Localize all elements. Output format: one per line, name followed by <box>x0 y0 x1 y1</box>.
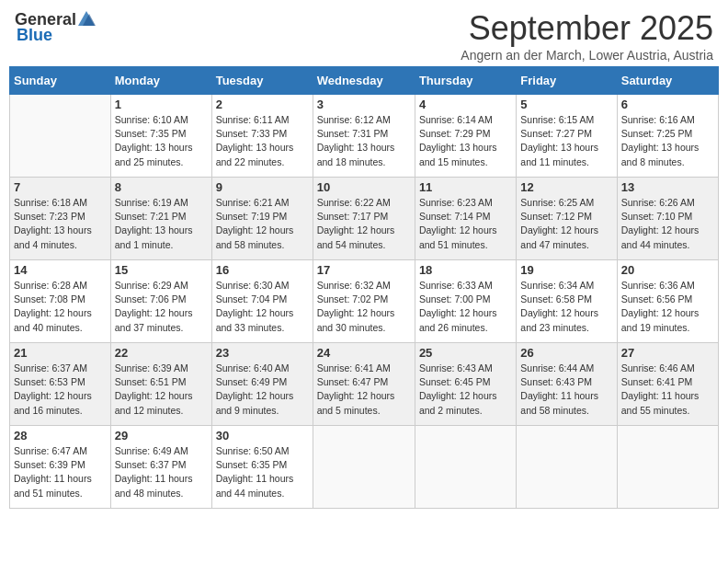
day-info: Sunrise: 6:33 AM Sunset: 7:00 PM Dayligh… <box>419 279 512 335</box>
day-number: 29 <box>115 429 208 442</box>
calendar-cell: 24Sunrise: 6:41 AM Sunset: 6:47 PM Dayli… <box>313 343 415 426</box>
day-number: 1 <box>115 98 208 111</box>
day-info: Sunrise: 6:50 AM Sunset: 6:35 PM Dayligh… <box>216 444 309 500</box>
day-info: Sunrise: 6:26 AM Sunset: 7:10 PM Dayligh… <box>621 196 714 252</box>
calendar-cell: 16Sunrise: 6:30 AM Sunset: 7:04 PM Dayli… <box>211 260 313 343</box>
logo: General Blue <box>15 9 97 45</box>
calendar-cell: 10Sunrise: 6:22 AM Sunset: 7:17 PM Dayli… <box>313 178 415 260</box>
page-header: General Blue September 2025 Angern an de… <box>9 9 719 63</box>
calendar-cell: 8Sunrise: 6:19 AM Sunset: 7:21 PM Daylig… <box>110 178 211 260</box>
calendar-cell: 13Sunrise: 6:26 AM Sunset: 7:10 PM Dayli… <box>617 178 718 260</box>
day-number: 19 <box>520 263 612 277</box>
calendar-cell: 25Sunrise: 6:43 AM Sunset: 6:45 PM Dayli… <box>415 343 516 426</box>
calendar-cell: 28Sunrise: 6:47 AM Sunset: 6:39 PM Dayli… <box>10 426 111 509</box>
day-number: 11 <box>419 180 512 194</box>
day-info: Sunrise: 6:49 AM Sunset: 6:37 PM Dayligh… <box>115 444 208 500</box>
day-info: Sunrise: 6:18 AM Sunset: 7:23 PM Dayligh… <box>14 196 107 252</box>
calendar-cell: 15Sunrise: 6:29 AM Sunset: 7:06 PM Dayli… <box>110 260 211 343</box>
day-number: 3 <box>317 98 411 111</box>
calendar-week-row: 28Sunrise: 6:47 AM Sunset: 6:39 PM Dayli… <box>10 426 719 509</box>
day-number: 6 <box>621 98 714 111</box>
day-number: 20 <box>621 263 714 277</box>
day-number: 14 <box>14 263 107 277</box>
day-info: Sunrise: 6:36 AM Sunset: 6:56 PM Dayligh… <box>621 279 714 335</box>
day-info: Sunrise: 6:14 AM Sunset: 7:29 PM Dayligh… <box>419 113 512 169</box>
subtitle: Angern an der March, Lower Austria, Aust… <box>461 48 713 63</box>
day-number: 12 <box>520 180 612 194</box>
calendar-header-row: SundayMondayTuesdayWednesdayThursdayFrid… <box>10 67 719 95</box>
day-number: 4 <box>419 98 512 111</box>
calendar-cell: 11Sunrise: 6:23 AM Sunset: 7:14 PM Dayli… <box>415 178 516 260</box>
day-number: 5 <box>520 98 612 111</box>
day-number: 15 <box>115 263 208 277</box>
day-number: 21 <box>14 346 107 360</box>
title-section: September 2025 Angern an der March, Lowe… <box>461 9 713 63</box>
calendar-cell: 17Sunrise: 6:32 AM Sunset: 7:02 PM Dayli… <box>313 260 415 343</box>
day-header-monday: Monday <box>110 67 211 95</box>
day-header-saturday: Saturday <box>617 67 718 95</box>
calendar-cell: 19Sunrise: 6:34 AM Sunset: 6:58 PM Dayli… <box>517 260 617 343</box>
day-number: 16 <box>216 263 309 277</box>
calendar-cell <box>517 426 617 509</box>
day-number: 23 <box>216 346 309 360</box>
day-info: Sunrise: 6:16 AM Sunset: 7:25 PM Dayligh… <box>621 113 714 169</box>
day-header-sunday: Sunday <box>10 67 111 95</box>
calendar-cell <box>10 95 111 178</box>
day-number: 24 <box>317 346 411 360</box>
day-info: Sunrise: 6:12 AM Sunset: 7:31 PM Dayligh… <box>317 113 411 169</box>
day-number: 26 <box>520 346 612 360</box>
day-info: Sunrise: 6:46 AM Sunset: 6:41 PM Dayligh… <box>621 362 714 418</box>
calendar-cell: 1Sunrise: 6:10 AM Sunset: 7:35 PM Daylig… <box>110 95 211 178</box>
calendar-cell: 6Sunrise: 6:16 AM Sunset: 7:25 PM Daylig… <box>617 95 718 178</box>
day-number: 27 <box>621 346 714 360</box>
calendar-week-row: 7Sunrise: 6:18 AM Sunset: 7:23 PM Daylig… <box>10 178 719 260</box>
day-number: 22 <box>115 346 208 360</box>
day-info: Sunrise: 6:21 AM Sunset: 7:19 PM Dayligh… <box>216 196 309 252</box>
day-info: Sunrise: 6:25 AM Sunset: 7:12 PM Dayligh… <box>520 196 612 252</box>
day-info: Sunrise: 6:32 AM Sunset: 7:02 PM Dayligh… <box>317 279 411 335</box>
month-title: September 2025 <box>461 9 713 48</box>
calendar-week-row: 14Sunrise: 6:28 AM Sunset: 7:08 PM Dayli… <box>10 260 719 343</box>
day-info: Sunrise: 6:37 AM Sunset: 6:53 PM Dayligh… <box>14 362 107 418</box>
day-header-tuesday: Tuesday <box>211 67 313 95</box>
calendar-cell: 29Sunrise: 6:49 AM Sunset: 6:37 PM Dayli… <box>110 426 211 509</box>
calendar-cell <box>415 426 516 509</box>
calendar-cell: 12Sunrise: 6:25 AM Sunset: 7:12 PM Dayli… <box>517 178 617 260</box>
day-info: Sunrise: 6:28 AM Sunset: 7:08 PM Dayligh… <box>14 279 107 335</box>
day-info: Sunrise: 6:34 AM Sunset: 6:58 PM Dayligh… <box>520 279 612 335</box>
calendar-cell: 30Sunrise: 6:50 AM Sunset: 6:35 PM Dayli… <box>211 426 313 509</box>
calendar-cell <box>617 426 718 509</box>
day-info: Sunrise: 6:40 AM Sunset: 6:49 PM Dayligh… <box>216 362 309 418</box>
day-info: Sunrise: 6:43 AM Sunset: 6:45 PM Dayligh… <box>419 362 512 418</box>
calendar-cell: 23Sunrise: 6:40 AM Sunset: 6:49 PM Dayli… <box>211 343 313 426</box>
day-header-thursday: Thursday <box>415 67 516 95</box>
calendar-cell: 7Sunrise: 6:18 AM Sunset: 7:23 PM Daylig… <box>10 178 111 260</box>
day-header-friday: Friday <box>517 67 617 95</box>
day-number: 9 <box>216 180 309 194</box>
calendar-cell: 3Sunrise: 6:12 AM Sunset: 7:31 PM Daylig… <box>313 95 415 178</box>
calendar-week-row: 21Sunrise: 6:37 AM Sunset: 6:53 PM Dayli… <box>10 343 719 426</box>
day-number: 8 <box>115 180 208 194</box>
calendar-cell: 2Sunrise: 6:11 AM Sunset: 7:33 PM Daylig… <box>211 95 313 178</box>
day-info: Sunrise: 6:30 AM Sunset: 7:04 PM Dayligh… <box>216 279 309 335</box>
day-number: 7 <box>14 180 107 194</box>
calendar-table: SundayMondayTuesdayWednesdayThursdayFrid… <box>9 66 719 509</box>
day-info: Sunrise: 6:11 AM Sunset: 7:33 PM Dayligh… <box>216 113 309 169</box>
calendar-cell <box>313 426 415 509</box>
calendar-cell: 4Sunrise: 6:14 AM Sunset: 7:29 PM Daylig… <box>415 95 516 178</box>
calendar-cell: 20Sunrise: 6:36 AM Sunset: 6:56 PM Dayli… <box>617 260 718 343</box>
day-info: Sunrise: 6:22 AM Sunset: 7:17 PM Dayligh… <box>317 196 411 252</box>
day-info: Sunrise: 6:47 AM Sunset: 6:39 PM Dayligh… <box>14 444 107 500</box>
day-info: Sunrise: 6:10 AM Sunset: 7:35 PM Dayligh… <box>115 113 208 169</box>
calendar-cell: 14Sunrise: 6:28 AM Sunset: 7:08 PM Dayli… <box>10 260 111 343</box>
day-number: 13 <box>621 180 714 194</box>
calendar-cell: 9Sunrise: 6:21 AM Sunset: 7:19 PM Daylig… <box>211 178 313 260</box>
calendar-cell: 26Sunrise: 6:44 AM Sunset: 6:43 PM Dayli… <box>517 343 617 426</box>
calendar-cell: 22Sunrise: 6:39 AM Sunset: 6:51 PM Dayli… <box>110 343 211 426</box>
day-number: 17 <box>317 263 411 277</box>
day-number: 30 <box>216 429 309 442</box>
day-number: 25 <box>419 346 512 360</box>
calendar-cell: 18Sunrise: 6:33 AM Sunset: 7:00 PM Dayli… <box>415 260 516 343</box>
logo-icon <box>76 9 97 29</box>
day-info: Sunrise: 6:23 AM Sunset: 7:14 PM Dayligh… <box>419 196 512 252</box>
